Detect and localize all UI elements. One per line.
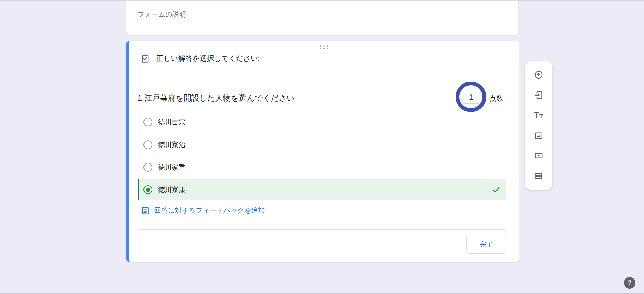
points-input[interactable]: 1: [456, 82, 486, 112]
question-text: 1.江戸幕府を開設した人物を選んでください: [138, 93, 295, 103]
option-row-correct[interactable]: 徳川家康: [138, 179, 506, 200]
add-image-icon: [534, 131, 543, 140]
add-feedback-link[interactable]: 回答に対するフィードバックを追加: [141, 206, 265, 215]
add-section-button[interactable]: [530, 168, 547, 184]
radio-unselected-icon: [143, 163, 152, 172]
add-question-button[interactable]: [530, 67, 547, 83]
done-button[interactable]: 完了: [466, 236, 506, 254]
points-value[interactable]: 1: [463, 93, 478, 104]
add-section-icon: [534, 171, 543, 181]
help-button[interactable]: ?: [624, 277, 635, 289]
import-questions-icon: [534, 90, 543, 100]
form-description-input[interactable]: フォームの説明: [138, 10, 186, 19]
add-question-icon: [534, 70, 543, 80]
add-video-button[interactable]: [530, 148, 547, 164]
import-questions-button[interactable]: [530, 87, 547, 103]
radio-unselected-icon: [143, 118, 152, 126]
add-feedback-label: 回答に対するフィードバックを追加: [154, 206, 265, 215]
option-row[interactable]: 徳川家治: [143, 140, 185, 150]
answer-key-clipboard-icon: [140, 54, 150, 63]
answer-key-title: 正しい解答を選択してください:: [156, 54, 260, 63]
add-title-icon: TT: [534, 111, 543, 120]
add-title-button[interactable]: TT: [530, 107, 547, 123]
title-divider: [129, 79, 519, 79]
option-row[interactable]: 徳川家重: [143, 162, 185, 172]
answer-key-titlebar: 正しい解答を選択してください:: [140, 54, 260, 63]
option-label: 徳川家康: [158, 185, 185, 194]
radio-unselected-icon: [143, 140, 152, 149]
radio-selected-icon: [143, 185, 152, 194]
correct-check-icon: [491, 185, 501, 194]
drag-handle-icon[interactable]: [320, 45, 328, 49]
option-label: 徳川家治: [158, 140, 185, 150]
side-toolbar: TT: [525, 61, 552, 190]
points-label: 点数: [490, 94, 503, 103]
option-row[interactable]: 徳川吉宗: [143, 117, 185, 127]
option-label: 徳川家重: [158, 163, 185, 172]
google-forms-edit-page: フォームの説明 正しい解答を選択してください: 1.江戸幕府を開設した人物を選ん…: [0, 0, 644, 294]
add-video-icon: [534, 151, 543, 160]
feedback-clipboard-icon: [141, 206, 150, 215]
form-description-card: フォームの説明: [126, 1, 518, 35]
add-image-button[interactable]: [530, 127, 547, 144]
option-label: 徳川吉宗: [158, 118, 185, 127]
question-card: 正しい解答を選択してください: 1.江戸幕府を開設した人物を選んでください 1 …: [126, 41, 519, 262]
footer-divider: [138, 229, 506, 230]
